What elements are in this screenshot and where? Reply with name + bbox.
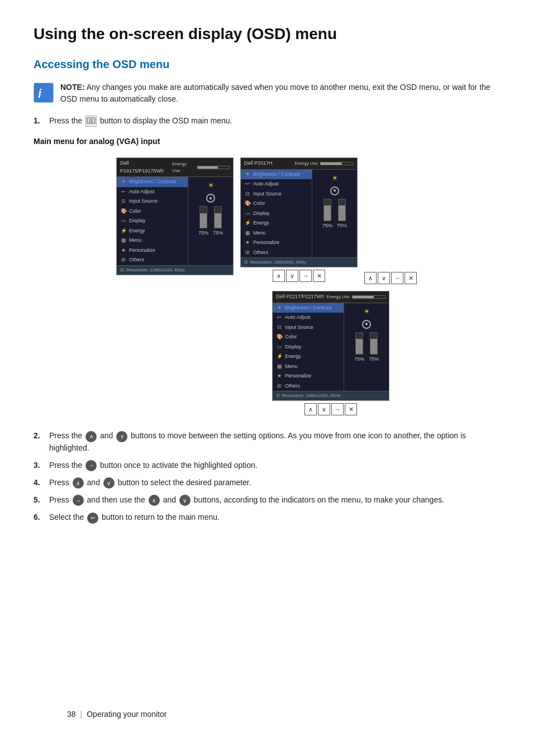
right-icon-step5: → [73, 495, 84, 506]
nav-close-btn-bottom[interactable]: ✕ [345, 403, 357, 415]
nav-right-btn-right[interactable]: → [299, 270, 312, 282]
osd-panel-2-right: ☀ ● 75% 75% [312, 170, 357, 258]
step-num-6: 6. [34, 511, 49, 523]
nav-right-btn-top[interactable]: → [391, 272, 403, 284]
osd-panel-2-menu: ☀Brightness / Contrast ↩Auto Adjust ⊟Inp… [241, 170, 312, 258]
step-1: 1. Press the button to display the OSD m… [34, 115, 499, 127]
osd-panel-3: Dell P2217/P2217Wh Energy Use ☀Brightnes… [272, 291, 389, 401]
osd-panel-1-title: Dell P19175/P19175Wh [120, 160, 172, 175]
down-icon-step2: ∨ [116, 431, 127, 442]
step-num-4: 4. [34, 477, 49, 489]
page-title: Using the on-screen display (OSD) menu [34, 22, 499, 46]
osd-panel-1-footer: ⊡ Resolution: 1280x1024, 60Hz [117, 265, 233, 275]
osd-panel-1-body: ☀Brightness / Contrast ↩Auto Adjust ⊟Inp… [117, 177, 233, 265]
step-num-5: 5. [34, 494, 49, 506]
nav-close-btn-right[interactable]: ✕ [313, 270, 325, 282]
nav-close-btn-top[interactable]: ✕ [404, 272, 417, 284]
osd-panel-1-right: ☀ ● 75% 75% [188, 177, 233, 265]
osd-panel-2-title: Dell P2017H [244, 160, 273, 168]
footer-divider: | [80, 709, 83, 720]
nav-down-btn-right[interactable]: ∨ [286, 270, 298, 282]
step-4: 4. Press ∧ and ∨ button to select the de… [34, 477, 499, 489]
page-footer: 38 | Operating your monitor [67, 709, 166, 720]
osd-row-1: Dell P19175/P19175Wh Energy Use ☀Brightn… [116, 157, 417, 286]
osd-nav-buttons-center-top: ∧ ∨ → ✕ [364, 272, 417, 284]
nav-down-btn-top[interactable]: ∨ [378, 272, 390, 284]
osd-panel-3-menu: ☀Brightness / Contrast ↩Auto Adjust ⊟Inp… [273, 303, 344, 391]
step-num-3: 3. [34, 460, 49, 471]
back-icon-step6: ↩ [87, 513, 98, 524]
osd-panel-1-wrapper: Dell P19175/P19175Wh Energy Use ☀Brightn… [116, 157, 234, 282]
section-heading: Accessing the OSD menu [34, 56, 499, 73]
osd-nav-buttons-right: ∧ ∨ → ✕ [273, 270, 325, 282]
note-box: i NOTE: Any changes you make are automat… [34, 82, 499, 105]
step-3: 3. Press the → button once to activate t… [34, 460, 499, 471]
step-6-content: Select the ↩ button to return to the mai… [49, 511, 499, 523]
nav-up-btn-top[interactable]: ∧ [364, 272, 377, 284]
osd-panel-3-title: Dell P2217/P2217Wh [276, 293, 324, 301]
step-2: 2. Press the ∧ and ∨ buttons to move bet… [34, 430, 499, 453]
down-icon-step5: ∨ [179, 495, 191, 506]
note-text: NOTE: Any changes you make are automatic… [60, 82, 499, 105]
nav-down-btn-bottom[interactable]: ∨ [318, 403, 330, 415]
steps-2-6-list: 2. Press the ∧ and ∨ buttons to move bet… [34, 430, 499, 523]
osd-row-2: Dell P2217/P2217Wh Energy Use ☀Brightnes… [144, 291, 389, 420]
osd-panel-3-right: ☀ ● 75% 75% [344, 303, 389, 391]
step-5-content: Press → and then use the ∧ and ∨ buttons… [49, 494, 499, 506]
osd-panel-3-body: ☀Brightness / Contrast ↩Auto Adjust ⊟Inp… [273, 303, 389, 391]
step-2-content: Press the ∧ and ∨ buttons to move betwee… [49, 430, 499, 453]
menu-button-icon [85, 116, 97, 127]
osd-panel-3-header: Dell P2217/P2217Wh Energy Use [273, 291, 389, 303]
osd-panel-2-body: ☀Brightness / Contrast ↩Auto Adjust ⊟Inp… [241, 170, 357, 258]
step-4-content: Press ∧ and ∨ button to select the desir… [49, 477, 499, 489]
osd-energy-bar-3: Energy Use [326, 294, 386, 300]
step-5: 5. Press → and then use the ∧ and ∨ butt… [34, 494, 499, 506]
osd-panel-2-wrapper: Dell P2017H Energy Use ☀Brightness / Con… [240, 157, 358, 282]
osd-panel-1: Dell P19175/P19175Wh Energy Use ☀Brightn… [116, 157, 234, 275]
nav-right-btn-bottom[interactable]: → [331, 403, 344, 415]
nav-up-btn-right[interactable]: ∧ [273, 270, 285, 282]
osd-screenshots-area: Dell P19175/P19175Wh Energy Use ☀Brightn… [34, 157, 499, 424]
steps-list: 1. Press the button to display the OSD m… [34, 115, 499, 127]
note-icon: i [34, 83, 54, 103]
footer-page-number: 38 [67, 709, 76, 720]
step-num-2: 2. [34, 430, 49, 442]
svg-text:i: i [38, 87, 42, 101]
up-icon-step2: ∧ [85, 431, 97, 442]
osd-panel-1-header: Dell P19175/P19175Wh Energy Use [117, 158, 233, 177]
step-3-content: Press the → button once to activate the … [49, 460, 499, 471]
osd-energy-bar-1: Energy Use [172, 161, 230, 174]
osd-energy-bar-2: Energy Use [294, 160, 354, 167]
right-icon-step3: → [85, 460, 97, 471]
footer-text: Operating your monitor [87, 709, 166, 720]
nav-up-btn-bottom[interactable]: ∧ [304, 403, 317, 415]
svg-rect-0 [34, 83, 53, 102]
subsection-heading: Main menu for analog (VGA) input [34, 136, 499, 147]
osd-panel-3-wrapper: Dell P2217/P2217Wh Energy Use ☀Brightnes… [272, 291, 389, 415]
step-6: 6. Select the ↩ button to return to the … [34, 511, 499, 523]
osd-panel-2: Dell P2017H Energy Use ☀Brightness / Con… [240, 157, 358, 267]
osd-panel-3-footer: ⊡ Resolution: 1680x1050, 60Hz [273, 391, 389, 400]
step-1-content: Press the button to display the OSD main… [49, 115, 499, 127]
up-icon-step5: ∧ [149, 495, 160, 506]
down-icon-step4: ∨ [103, 477, 115, 489]
osd-nav-buttons-center-bottom: ∧ ∨ → ✕ [304, 403, 357, 415]
up-icon-step4: ∧ [73, 477, 84, 489]
osd-panel-2-header: Dell P2017H Energy Use [241, 158, 357, 170]
osd-panel-1-menu: ☀Brightness / Contrast ↩Auto Adjust ⊟Inp… [117, 177, 188, 265]
osd-panel-2-footer: ⊡ Resolution: 1600x900, 60Hz [241, 257, 357, 267]
step-num-1: 1. [34, 115, 49, 127]
